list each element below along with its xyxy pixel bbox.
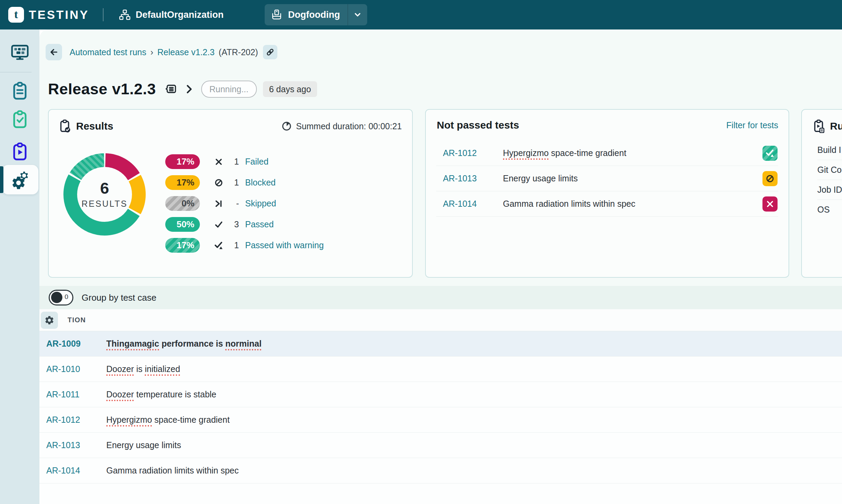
run-field-label: OS (817, 200, 842, 219)
table-row[interactable]: AR-1012Hypergizmo space-time gradient (39, 407, 842, 433)
test-title: Doozer temperature is stable (106, 389, 216, 399)
legend-row: 17%1Passed with warning (165, 238, 324, 253)
legend-count: 1 (227, 178, 239, 188)
breadcrumb-link-test-runs[interactable]: Automated test runs (70, 47, 146, 57)
topbar: t TESTINY DefaultOrganization (0, 0, 842, 29)
toolbar: 0 Group by test case (39, 286, 842, 309)
passed-warning-icon (765, 148, 775, 158)
back-button[interactable] (46, 44, 62, 60)
legend-percent-pill: 17% (165, 154, 200, 169)
status-badge-blocked (762, 171, 778, 186)
status-badge: Running... (201, 81, 257, 98)
not-passed-row: AR-1012Hypergizmo space-time gradient (436, 141, 778, 166)
test-id-link[interactable]: AR-1013 (443, 173, 503, 183)
legend-status-link[interactable]: Passed (245, 219, 274, 229)
test-title: Doozer is initialized (106, 364, 180, 374)
test-id-link[interactable]: AR-1012 (443, 148, 503, 158)
test-title: Energy usage limits (503, 173, 578, 183)
legend-status-link[interactable]: Skipped (245, 199, 276, 208)
not-passed-title: Not passed tests (437, 119, 519, 131)
blocked-icon (766, 174, 774, 183)
status-badge-passed-warning (762, 146, 778, 161)
run-details-title: Ru (830, 120, 842, 132)
passed-check-icon (214, 220, 223, 229)
test-title: Hypergizmo space-time gradient (503, 148, 626, 158)
project-selector[interactable]: Dogfooding (265, 4, 367, 25)
legend-count: - (227, 199, 239, 208)
legend-status-link[interactable]: Failed (245, 157, 268, 167)
copy-link-button[interactable] (263, 45, 277, 59)
sidebar-item-automation[interactable] (0, 170, 39, 190)
test-id-link[interactable]: AR-1010 (46, 364, 106, 374)
blocked-icon (214, 178, 223, 187)
test-title: Gamma radiation limits within spec (503, 199, 635, 209)
sidebar-item-test-runs[interactable] (0, 142, 39, 161)
test-id-link[interactable]: AR-1014 (443, 199, 503, 209)
legend-status-link[interactable]: Passed with warning (245, 240, 324, 250)
test-title: Energy usage limits (106, 440, 181, 450)
test-id-link[interactable]: AR-1014 (46, 466, 106, 476)
not-passed-row: AR-1014Gamma radiation limits within spe… (436, 191, 778, 217)
legend-status-icon-wrap (213, 220, 225, 229)
group-by-label: Group by test case (82, 292, 156, 303)
divider (0, 72, 32, 72)
automation-gears-icon (10, 170, 30, 190)
test-id-link[interactable]: AR-1012 (46, 415, 106, 425)
run-field-label: Job ID (817, 180, 842, 200)
test-runs-clipboard-play-icon (12, 142, 28, 161)
clock-icon (281, 121, 292, 131)
description-icon[interactable] (165, 83, 177, 95)
not-passed-card: Not passed tests Filter for tests AR-101… (425, 109, 789, 278)
organization-selector[interactable]: DefaultOrganization (119, 9, 224, 21)
breadcrumb-id: (ATR-202) (219, 47, 258, 57)
legend-row: 17%1Failed (165, 154, 324, 169)
legend-count: 1 (227, 157, 239, 167)
run-field-label: Git Co (817, 160, 842, 180)
table-row[interactable]: AR-1014Gamma radiation limits within spe… (39, 458, 842, 483)
table-row[interactable]: AR-1013Energy usage limits (39, 433, 842, 458)
legend-status-link[interactable]: Blocked (245, 178, 276, 188)
sidebar-item-dashboard[interactable] (0, 43, 39, 62)
legend-status-icon-wrap (213, 199, 225, 208)
chevron-right-icon (185, 84, 194, 94)
results-donut-chart[interactable] (60, 150, 149, 239)
test-id-link[interactable]: AR-1013 (46, 440, 106, 450)
run-clipboard-icon (813, 119, 825, 133)
summed-duration: Summed duration: 00:00:21 (281, 121, 402, 131)
chevron-down-icon (348, 10, 367, 19)
legend-row: 17%1Blocked (165, 175, 324, 190)
test-results-table: AR-1009Thingamagic performance is normin… (39, 331, 842, 504)
test-id-link[interactable]: AR-1011 (46, 389, 106, 399)
table-row[interactable]: AR-1009Thingamagic performance is normin… (39, 331, 842, 357)
table-row[interactable]: AR-1010Doozer is initialized (39, 357, 842, 382)
table-row[interactable]: AR-1011Doozer temperature is stable (39, 382, 842, 407)
divider (103, 8, 104, 21)
legend-percent-pill: 17% (165, 238, 200, 253)
column-header: TION (68, 316, 86, 324)
run-details-fields: Build IGit CoJob IDOS (817, 140, 842, 219)
results-card: Results Summed duration: 00:00:21 6 RESU… (48, 109, 413, 278)
status-badge-failed (762, 196, 778, 212)
arrow-left-icon (49, 47, 59, 57)
results-clipboard-icon (59, 119, 71, 133)
sidebar-item-test-plans[interactable] (0, 109, 39, 129)
app-logo[interactable]: t TESTINY (8, 7, 89, 23)
legend-percent-pill: 50% (165, 217, 200, 232)
toggle-knob (51, 292, 62, 303)
skipped-icon (214, 199, 223, 208)
test-id-link[interactable]: AR-1009 (46, 339, 106, 349)
project-name: Dogfooding (288, 10, 340, 20)
breadcrumb-separator: › (151, 47, 153, 57)
not-passed-list: AR-1012Hypergizmo space-time gradientAR-… (436, 141, 778, 217)
table-settings-button[interactable] (41, 312, 58, 329)
passed-warning-icon (214, 241, 224, 250)
link-icon (266, 48, 275, 57)
test-title: Hypergizmo space-time gradient (106, 415, 230, 425)
test-plans-clipboard-check-icon (12, 110, 28, 129)
legend-row: 50%3Passed (165, 217, 324, 232)
group-by-toggle[interactable]: 0 (49, 290, 73, 305)
sidebar-item-test-cases[interactable] (0, 81, 39, 101)
breadcrumb-link-current[interactable]: Release v1.2.3 (157, 47, 215, 57)
project-icon (271, 9, 282, 21)
filter-for-tests-link[interactable]: Filter for tests (726, 120, 778, 130)
